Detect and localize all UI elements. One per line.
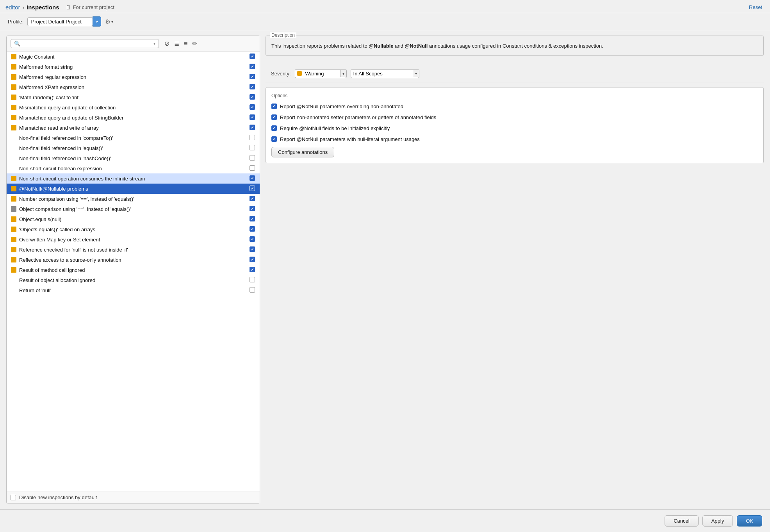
breadcrumb-editor[interactable]: editor	[5, 4, 20, 11]
inspection-item[interactable]: Result of object allocation ignored	[7, 275, 260, 285]
search-dropdown-arrow[interactable]: ▾	[153, 41, 155, 46]
inspection-checkbox[interactable]	[250, 246, 256, 253]
severity-indicator	[11, 175, 17, 182]
inspection-item[interactable]: Malformed regular expression	[7, 72, 260, 82]
disable-inspections-checkbox[interactable]	[11, 495, 16, 500]
inspection-checkbox[interactable]	[250, 125, 256, 131]
inspection-item-label: Reflective access to a source-only annot…	[19, 257, 248, 263]
option-checkbox[interactable]	[271, 114, 277, 120]
severity-select[interactable]: Warning Error Weak Warning Info	[304, 70, 340, 78]
inspection-item[interactable]: Malformed format string	[7, 62, 260, 72]
inspection-item[interactable]: Mismatched query and update of StringBui…	[7, 112, 260, 123]
inspection-checkbox[interactable]	[250, 226, 256, 232]
option-checkbox[interactable]	[271, 104, 277, 109]
inspection-checkbox[interactable]	[250, 74, 256, 80]
reset-link[interactable]: Reset	[749, 4, 762, 10]
severity-label: Severity:	[271, 71, 291, 77]
configure-btn-wrap: Configure annotations	[271, 147, 758, 157]
profile-label: Profile:	[8, 19, 23, 25]
breadcrumb-scope: 🗒 For current project	[66, 4, 114, 11]
inspection-checkbox[interactable]	[250, 277, 256, 283]
inspection-item-label: Non-final field referenced in 'equals()'	[19, 145, 248, 151]
inspection-item[interactable]: Overwritten Map key or Set element	[7, 234, 260, 245]
inspection-checkbox[interactable]	[250, 196, 256, 202]
inspection-checkbox[interactable]	[250, 175, 256, 182]
breadcrumb-current: Inspections	[27, 4, 59, 11]
gear-button[interactable]: ⚙ ▾	[105, 18, 113, 25]
inspection-item[interactable]: 'Math.random()' cast to 'int'	[7, 92, 260, 102]
inspection-item[interactable]: Object comparison using '==', instead of…	[7, 204, 260, 214]
inspection-item-label: Result of object allocation ignored	[19, 277, 248, 283]
inspection-item[interactable]: Mismatched query and update of collectio…	[7, 102, 260, 112]
inspection-item[interactable]: Reflective access to a source-only annot…	[7, 255, 260, 265]
inspection-checkbox[interactable]	[250, 104, 256, 111]
inspection-checkbox[interactable]	[250, 186, 256, 192]
inspection-item[interactable]: Reference checked for 'null' is not used…	[7, 245, 260, 255]
expand-all-icon[interactable]: ≣	[173, 39, 180, 48]
inspection-item[interactable]: Object.equals(null)	[7, 214, 260, 224]
configure-annotations-button[interactable]: Configure annotations	[271, 147, 334, 157]
severity-indicator	[11, 236, 17, 243]
option-checkbox[interactable]	[271, 136, 277, 142]
inspection-checkbox[interactable]	[250, 84, 256, 90]
inspection-item-label: Result of method call ignored	[19, 267, 248, 273]
profile-select[interactable]: Project Default ProjectDefault	[27, 17, 93, 26]
profile-select-wrap: Project Default ProjectDefault	[27, 16, 101, 27]
inspection-checkbox[interactable]	[250, 94, 256, 100]
ok-button[interactable]: OK	[737, 515, 762, 527]
inspection-checkbox[interactable]	[250, 155, 256, 161]
search-input[interactable]	[22, 41, 152, 46]
severity-indicator	[11, 267, 17, 273]
cancel-button[interactable]: Cancel	[665, 515, 698, 527]
severity-dropdown-arrow[interactable]: ▾	[340, 70, 346, 77]
inspection-item[interactable]: Return of 'null'	[7, 285, 260, 295]
scope-dropdown-arrow[interactable]: ▾	[413, 70, 419, 77]
inspection-item-label: Non-final field referenced in 'hashCode(…	[19, 155, 248, 161]
inspection-checkbox[interactable]	[250, 145, 256, 151]
scope-icon: 🗒	[66, 4, 71, 11]
severity-indicator	[11, 226, 17, 232]
inspection-checkbox[interactable]	[250, 64, 256, 70]
inspection-checkbox[interactable]	[250, 54, 256, 60]
inspection-item[interactable]: Non-final field referenced in 'hashCode(…	[7, 153, 260, 163]
description-text: This inspection reports problems related…	[271, 42, 758, 50]
inspection-item[interactable]: Non-short-circuit operation consumes the…	[7, 173, 260, 184]
inspection-checkbox[interactable]	[250, 165, 256, 171]
collapse-all-icon[interactable]: ≡	[183, 39, 188, 48]
option-checkbox[interactable]	[271, 125, 277, 131]
inspection-item[interactable]: Mismatched read and write of array	[7, 123, 260, 133]
inspection-checkbox[interactable]	[250, 216, 256, 222]
inspection-checkbox[interactable]	[250, 287, 256, 293]
inspection-item[interactable]: Non-final field referenced in 'compareTo…	[7, 133, 260, 143]
inspection-item[interactable]: Malformed XPath expression	[7, 82, 260, 92]
inspection-checkbox[interactable]	[250, 257, 256, 263]
severity-indicator	[11, 125, 17, 131]
bottom-bar: Disable new inspections by default	[7, 491, 260, 503]
inspection-checkbox[interactable]	[250, 206, 256, 212]
inspection-item[interactable]: Result of method call ignored	[7, 265, 260, 275]
option-label: Report @NotNull parameters overriding no…	[280, 103, 403, 110]
inspection-checkbox[interactable]	[250, 135, 256, 141]
inspection-item[interactable]: Magic Constant	[7, 52, 260, 62]
inspection-item-label: Non-final field referenced in 'compareTo…	[19, 135, 248, 141]
main-container: editor › Inspections 🗒 For current proje…	[0, 0, 770, 532]
edit-icon[interactable]: ✏	[191, 39, 198, 48]
severity-indicator	[11, 216, 17, 222]
profile-dropdown-arrow[interactable]	[93, 16, 101, 27]
severity-indicator	[11, 196, 17, 202]
inspection-item[interactable]: Number comparison using '==', instead of…	[7, 194, 260, 204]
scope-select[interactable]: In All Scopes In Tests Only Everywhere E…	[351, 70, 413, 78]
inspection-checkbox[interactable]	[250, 236, 256, 243]
inspection-item[interactable]: @NotNull/@Nullable problems	[7, 184, 260, 194]
options-list: Report @NotNull parameters overriding no…	[271, 103, 758, 143]
inspection-item[interactable]: Non-final field referenced in 'equals()'	[7, 143, 260, 153]
option-row: Report non-annotated setter parameters o…	[271, 114, 758, 121]
inspection-checkbox[interactable]	[250, 114, 256, 121]
inspection-checkbox[interactable]	[250, 267, 256, 273]
inspection-item[interactable]: Non-short-circuit boolean expression	[7, 163, 260, 173]
inspection-item[interactable]: 'Objects.equals()' called on arrays	[7, 224, 260, 234]
inspection-item-label: Non-short-circuit boolean expression	[19, 166, 248, 171]
apply-button[interactable]: Apply	[702, 515, 733, 527]
filter-icon[interactable]: ⊘	[164, 39, 170, 48]
inspection-item-label: 'Math.random()' cast to 'int'	[19, 95, 248, 100]
